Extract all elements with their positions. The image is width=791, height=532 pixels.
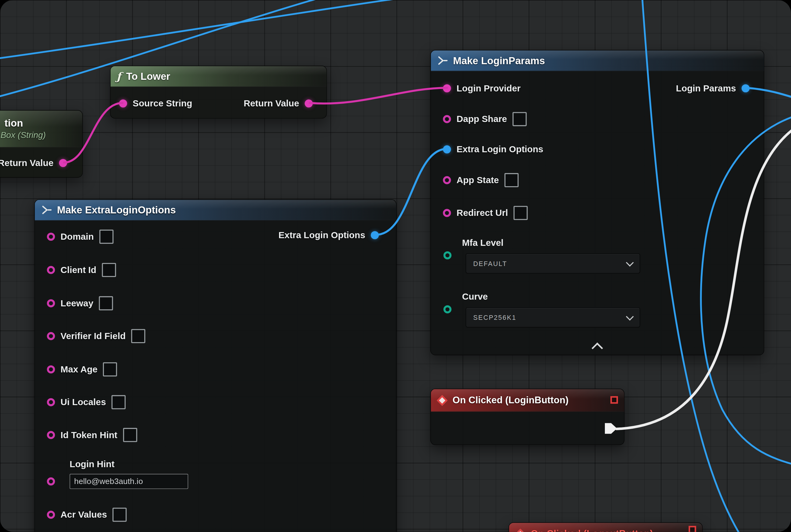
to-lower-return-label: Return Value bbox=[244, 98, 299, 109]
node-on-clicked-logout-title: On Clicked (LogoutButton) bbox=[530, 528, 653, 532]
login-params-out-pin[interactable] bbox=[741, 84, 749, 92]
source-string-row: Source String bbox=[119, 95, 192, 112]
extra-login-options-out-pin[interactable] bbox=[371, 231, 379, 239]
function-icon: ƒ bbox=[116, 70, 121, 82]
leeway-label: Leeway bbox=[60, 298, 93, 309]
max-age-checkbox[interactable] bbox=[103, 362, 117, 376]
mfa-level-value: DEFAULT bbox=[473, 260, 507, 267]
pin-row-extra-login-options-in: Extra Login Options bbox=[443, 141, 543, 157]
curve-value: SECP256K1 bbox=[473, 314, 516, 321]
chevron-down-icon bbox=[626, 258, 634, 266]
node-partial-green-subtitle: Box (String) bbox=[1, 130, 46, 140]
login-hint-input[interactable] bbox=[70, 474, 188, 489]
struct-icon bbox=[41, 204, 52, 215]
max-age-pin[interactable] bbox=[47, 365, 55, 373]
exec-out-pin[interactable] bbox=[605, 422, 617, 435]
id-token-hint-label: Id Token Hint bbox=[60, 430, 117, 440]
app-state-pin[interactable] bbox=[443, 176, 451, 184]
client-id-checkbox[interactable] bbox=[102, 263, 116, 277]
acr-values-checkbox[interactable] bbox=[113, 508, 127, 521]
pin-row-verifier-id-field: Verifier Id Field bbox=[47, 328, 145, 344]
pin-row-redirect-url: Redirect Url bbox=[443, 205, 527, 221]
node-on-clicked-login-title: On Clicked (LoginButton) bbox=[452, 395, 568, 406]
node-on-clicked-logout-header[interactable]: On Clicked (LogoutButton) bbox=[509, 523, 702, 532]
scale-wrapper: tion Box (String) Return Value ƒ To Lowe… bbox=[0, 0, 791, 532]
node-to-lower-title: To Lower bbox=[126, 70, 170, 82]
mfa-level-label: Mfa Level bbox=[462, 238, 503, 248]
pin-row-id-token-hint: Id Token Hint bbox=[47, 427, 137, 443]
mfa-level-dropdown[interactable]: DEFAULT bbox=[465, 253, 640, 274]
ui-locales-label: Ui Locales bbox=[60, 397, 106, 407]
screenshot-root: tion Box (String) Return Value ƒ To Lowe… bbox=[0, 0, 791, 532]
collapse-node-button[interactable] bbox=[592, 342, 603, 354]
mfa-level-pin[interactable] bbox=[443, 251, 451, 259]
ui-locales-pin[interactable] bbox=[47, 398, 55, 406]
leeway-checkbox[interactable] bbox=[99, 296, 113, 310]
client-id-label: Client Id bbox=[60, 265, 96, 276]
login-provider-label: Login Provider bbox=[457, 83, 521, 94]
node-on-clicked-login-button: On Clicked (LoginButton) bbox=[430, 388, 624, 445]
redirect-url-pin[interactable] bbox=[443, 209, 451, 217]
node-make-login-header[interactable]: Make LoginParams bbox=[431, 51, 764, 71]
blueprint-canvas[interactable]: tion Box (String) Return Value ƒ To Lowe… bbox=[0, 0, 791, 532]
event-diamond-icon bbox=[437, 395, 447, 405]
pin-row-acr-values: Acr Values bbox=[47, 507, 127, 523]
partial-return-value-row: Return Value bbox=[0, 155, 67, 171]
id-token-hint-pin[interactable] bbox=[47, 431, 55, 439]
node-on-clicked-login-header[interactable]: On Clicked (LoginButton) bbox=[431, 389, 624, 412]
node-on-clicked-logout-button: On Clicked (LogoutButton) bbox=[508, 522, 703, 532]
to-lower-return-pin[interactable] bbox=[305, 99, 313, 107]
node-partial-green-title: tion bbox=[5, 117, 23, 129]
node-partial-green: tion Box (String) Return Value bbox=[0, 110, 83, 178]
pin-row-leeway: Leeway bbox=[47, 296, 113, 311]
extra-login-options-in-label: Extra Login Options bbox=[457, 144, 543, 155]
app-state-label: App State bbox=[457, 175, 499, 186]
pin-row-max-age: Max Age bbox=[47, 361, 117, 378]
source-string-pin[interactable] bbox=[119, 99, 127, 107]
pin-row-ui-locales: Ui Locales bbox=[47, 394, 126, 410]
wire-blue-top-a[interactable] bbox=[0, 0, 459, 60]
redirect-url-checkbox[interactable] bbox=[514, 206, 527, 220]
redirect-url-label: Redirect Url bbox=[457, 208, 508, 218]
domain-label: Domain bbox=[60, 231, 94, 242]
extra-login-options-in-pin[interactable] bbox=[443, 145, 451, 153]
node-partial-green-header[interactable]: tion Box (String) bbox=[0, 110, 82, 147]
delegate-pin[interactable] bbox=[610, 396, 618, 404]
acr-values-label: Acr Values bbox=[60, 509, 107, 520]
dapp-share-checkbox[interactable] bbox=[513, 112, 527, 126]
node-make-extra-header[interactable]: Make ExtraLoginOptions bbox=[35, 200, 396, 221]
node-to-lower-header[interactable]: ƒ To Lower bbox=[110, 66, 326, 87]
leeway-pin[interactable] bbox=[47, 299, 55, 307]
domain-pin[interactable] bbox=[47, 233, 55, 241]
partial-return-value-label: Return Value bbox=[0, 158, 54, 169]
login-hint-pin[interactable] bbox=[47, 477, 55, 485]
curve-pin[interactable] bbox=[443, 305, 451, 314]
max-age-label: Max Age bbox=[60, 364, 97, 375]
acr-values-pin[interactable] bbox=[47, 511, 55, 518]
login-hint-label: Login Hint bbox=[70, 459, 115, 470]
verifier-id-field-checkbox[interactable] bbox=[131, 329, 145, 343]
domain-checkbox[interactable] bbox=[99, 230, 113, 244]
app-state-checkbox[interactable] bbox=[505, 173, 519, 187]
id-token-hint-checkbox[interactable] bbox=[123, 428, 137, 442]
pin-row-client-id: Client Id bbox=[47, 262, 116, 278]
partial-return-value-pin[interactable] bbox=[59, 159, 67, 167]
source-string-label: Source String bbox=[133, 98, 192, 109]
node-make-login-params: Make LoginParams Login Provider Dapp Sha… bbox=[430, 50, 765, 355]
wire-return-to-login-provider[interactable] bbox=[310, 88, 447, 103]
client-id-pin[interactable] bbox=[47, 266, 55, 274]
ui-locales-checkbox[interactable] bbox=[112, 395, 126, 409]
verifier-id-field-pin[interactable] bbox=[47, 332, 55, 340]
to-lower-return-row: Return Value bbox=[244, 95, 313, 112]
extra-login-options-out-label: Extra Login Options bbox=[278, 230, 365, 241]
curve-dropdown[interactable]: SECP256K1 bbox=[465, 307, 640, 327]
delegate-pin[interactable] bbox=[689, 526, 696, 532]
pin-row-app-state: App State bbox=[443, 172, 519, 188]
dapp-share-pin[interactable] bbox=[443, 115, 451, 123]
login-params-out-label: Login Params bbox=[676, 83, 736, 94]
node-to-lower: ƒ To Lower Source String Return Value bbox=[110, 66, 327, 119]
node-make-extra-title: Make ExtraLoginOptions bbox=[57, 204, 176, 216]
login-provider-pin[interactable] bbox=[443, 84, 451, 92]
event-diamond-icon bbox=[515, 529, 526, 532]
chevron-down-icon bbox=[626, 312, 634, 320]
